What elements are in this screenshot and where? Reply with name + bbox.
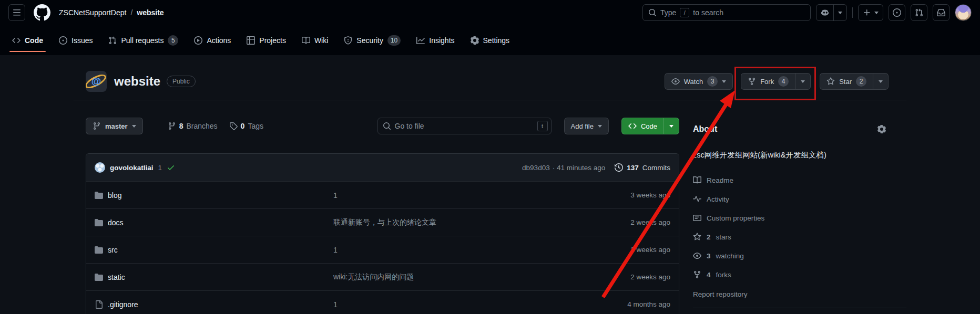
breadcrumb-separator: / bbox=[130, 8, 132, 17]
table-row[interactable]: docs 联通新账号，与上次的绪论文章 2 weeks ago bbox=[86, 208, 679, 236]
watch-button[interactable]: Watch 3 bbox=[665, 73, 733, 90]
inbox-button[interactable] bbox=[933, 4, 950, 21]
file-commit-date: 3 weeks ago bbox=[565, 191, 670, 199]
file-commit-message[interactable]: wiki:无法访问内网的问题 bbox=[333, 273, 557, 282]
copilot-chat-button[interactable] bbox=[816, 5, 833, 20]
watching-count: 3 bbox=[707, 252, 711, 260]
folder-icon bbox=[95, 273, 103, 281]
latest-commit-bar: govolokatliai 1 db93d03 · 41 minutes ago… bbox=[86, 154, 679, 181]
commit-message[interactable]: 1 bbox=[158, 164, 162, 172]
commits-count: 137 bbox=[627, 164, 639, 172]
tags-link[interactable]: 0 Tags bbox=[229, 122, 263, 130]
custom-properties-link[interactable]: Custom properties bbox=[693, 208, 906, 227]
forks-label: forks bbox=[716, 271, 731, 279]
commit-sha-time[interactable]: db93d03 · 41 minutes ago bbox=[522, 164, 605, 172]
user-avatar[interactable] bbox=[955, 4, 972, 21]
star-dropdown-button[interactable] bbox=[873, 74, 888, 89]
tab-code[interactable]: Code bbox=[4, 28, 51, 53]
breadcrumb: ZSCNetSupportDept / website bbox=[59, 8, 164, 17]
readme-link[interactable]: Readme bbox=[693, 171, 906, 190]
visibility-badge: Public bbox=[167, 76, 196, 87]
about-settings-gear[interactable] bbox=[877, 125, 886, 133]
file-commit-message[interactable]: 1 bbox=[333, 246, 557, 254]
create-new-button[interactable] bbox=[858, 4, 883, 21]
about-links: Readme Activity Custom properties 2 star… bbox=[693, 171, 906, 284]
issue-opened-icon bbox=[59, 36, 67, 45]
issues-nav-button[interactable] bbox=[889, 4, 905, 21]
repo-action-buttons: Watch 3 Fork 4 bbox=[665, 73, 889, 90]
book-icon bbox=[693, 176, 701, 184]
commit-history-link[interactable]: 137 Commits bbox=[615, 163, 670, 172]
inbox-icon bbox=[937, 8, 945, 17]
branch-selector-button[interactable]: master bbox=[86, 118, 143, 134]
repo-avatar[interactable]: @ bbox=[86, 71, 107, 92]
go-to-file-input[interactable] bbox=[377, 118, 552, 134]
ci-status-check-icon[interactable] bbox=[167, 163, 175, 172]
fork-main-button[interactable]: Fork 4 bbox=[741, 74, 795, 89]
go-to-file-wrap: t bbox=[377, 118, 552, 134]
tab-wiki[interactable]: Wiki bbox=[294, 28, 336, 53]
breadcrumb-repo[interactable]: website bbox=[137, 8, 164, 17]
three-bars-icon bbox=[13, 8, 21, 17]
tab-settings[interactable]: Settings bbox=[463, 28, 518, 53]
code-button: Code bbox=[621, 118, 679, 134]
plus-icon bbox=[863, 8, 871, 17]
tab-projects[interactable]: Projects bbox=[239, 28, 294, 53]
breadcrumb-owner[interactable]: ZSCNetSupportDept bbox=[59, 8, 126, 17]
table-row[interactable]: .gitignore 1 4 months ago bbox=[86, 290, 679, 314]
star-count: 2 bbox=[856, 76, 866, 87]
report-repository-link[interactable]: Report repository bbox=[693, 290, 748, 298]
table-row[interactable]: static wiki:无法访问内网的问题 2 weeks ago bbox=[86, 263, 679, 290]
custom-properties-label: Custom properties bbox=[707, 214, 764, 222]
activity-link[interactable]: Activity bbox=[693, 190, 906, 208]
tab-security[interactable]: Security 10 bbox=[336, 28, 409, 53]
stars-stat[interactable]: 2 stars bbox=[693, 227, 906, 246]
watching-stat[interactable]: 3 watching bbox=[693, 246, 906, 265]
graph-icon bbox=[416, 36, 425, 45]
tab-label: Insights bbox=[429, 36, 454, 45]
hamburger-menu-button[interactable] bbox=[8, 4, 25, 21]
chevron-down-icon bbox=[879, 80, 883, 83]
watching-label: watching bbox=[716, 252, 744, 260]
commit-author-avatar[interactable] bbox=[95, 162, 105, 173]
fork-label: Fork bbox=[760, 78, 774, 86]
sidebar-divider bbox=[693, 308, 906, 308]
github-logo[interactable] bbox=[34, 4, 50, 21]
code-icon bbox=[628, 122, 637, 130]
pull-requests-nav-button[interactable] bbox=[911, 4, 927, 21]
commit-author[interactable]: govolokatliai bbox=[110, 164, 154, 172]
tab-pull-requests[interactable]: Pull requests 5 bbox=[100, 28, 186, 53]
tab-actions[interactable]: Actions bbox=[186, 28, 239, 53]
topbar-actions: Type / to search bbox=[642, 4, 972, 21]
chevron-down-icon bbox=[874, 12, 879, 14]
star-main-button[interactable]: Star 2 bbox=[820, 74, 873, 89]
fork-dropdown-button[interactable] bbox=[795, 74, 810, 89]
search-placeholder-prefix: Type bbox=[660, 8, 676, 17]
tab-insights[interactable]: Insights bbox=[409, 28, 462, 53]
git-pull-request-icon bbox=[915, 8, 923, 17]
git-branch-icon bbox=[168, 122, 176, 130]
table-row[interactable]: blog 1 3 weeks ago bbox=[86, 181, 679, 208]
file-name[interactable]: static bbox=[108, 273, 125, 281]
code-dropdown-button[interactable] bbox=[663, 118, 679, 134]
global-search-input[interactable]: Type / to search bbox=[642, 4, 811, 21]
folder-icon bbox=[95, 191, 103, 200]
file-commit-message[interactable]: 1 bbox=[333, 191, 557, 200]
file-commit-message[interactable]: 1 bbox=[333, 300, 557, 309]
code-main-button[interactable]: Code bbox=[622, 118, 663, 134]
branches-link[interactable]: 8 Branches bbox=[168, 122, 218, 130]
file-name[interactable]: .gitignore bbox=[108, 300, 138, 309]
file-commit-message[interactable]: 联通新账号，与上次的绪论文章 bbox=[333, 218, 557, 227]
file-name[interactable]: blog bbox=[108, 191, 121, 200]
copilot-button bbox=[816, 4, 847, 21]
search-icon bbox=[383, 122, 391, 130]
repo-name[interactable]: website bbox=[114, 74, 160, 89]
forks-stat[interactable]: 4 forks bbox=[693, 265, 906, 284]
table-row[interactable]: src 1 2 weeks ago bbox=[86, 236, 679, 263]
file-name[interactable]: src bbox=[108, 246, 118, 254]
tab-issues[interactable]: Issues bbox=[51, 28, 100, 53]
copilot-dropdown-button[interactable] bbox=[833, 5, 846, 20]
add-file-button[interactable]: Add file bbox=[564, 118, 609, 134]
tab-label: Security bbox=[356, 36, 383, 45]
file-name[interactable]: docs bbox=[108, 218, 124, 227]
